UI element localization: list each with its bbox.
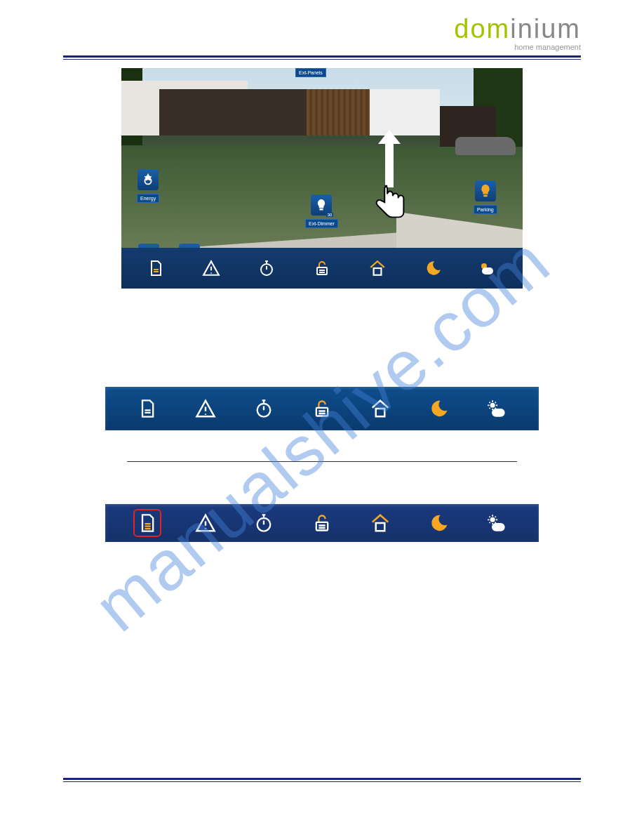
weather-icon[interactable] (477, 258, 498, 279)
home-view: Ext-Panels Energy 30 Ext-Dimmer Parking (121, 68, 523, 289)
svg-rect-1 (320, 208, 323, 211)
logo-part1: dom (454, 14, 510, 44)
energy-label: Energy (137, 194, 159, 203)
warning-icon[interactable] (201, 258, 222, 279)
lock-icon[interactable] (308, 509, 336, 537)
header: dominium (63, 14, 581, 44)
home-icon[interactable] (366, 509, 394, 537)
svg-point-9 (257, 404, 271, 417)
app-screenshot: Ext-Panels Energy 30 Ext-Dimmer Parking (121, 68, 523, 289)
svg-rect-2 (483, 195, 488, 197)
header-rule (63, 55, 581, 60)
parking-label: Parking (474, 205, 497, 214)
document-icon[interactable] (133, 395, 161, 423)
car-graphic (455, 137, 516, 155)
weather-icon[interactable] (483, 395, 511, 423)
bulb-icon: 30 (311, 194, 332, 216)
parking-device[interactable]: Parking (474, 180, 497, 214)
lock-icon[interactable] (311, 258, 333, 279)
ext-dimmer-device[interactable]: 30 Ext-Dimmer (305, 194, 338, 228)
bulb-on-icon (475, 180, 496, 201)
ext-panels-badge[interactable]: Ext-Panels (295, 68, 326, 77)
svg-rect-15 (376, 523, 385, 531)
home-icon[interactable] (367, 258, 388, 279)
toolbar-2 (105, 504, 539, 542)
svg-point-13 (257, 518, 271, 531)
night-icon[interactable] (424, 509, 452, 537)
screenshot-nav (121, 248, 523, 289)
energy-icon (137, 169, 159, 190)
hand-icon (368, 182, 412, 225)
night-icon[interactable] (422, 258, 443, 279)
home-icon[interactable] (366, 395, 394, 423)
svg-point-12 (490, 403, 495, 408)
separator-rule (127, 461, 517, 462)
logo-part2: inium (510, 14, 581, 44)
weather-icon[interactable] (483, 509, 511, 537)
document-icon-highlighted[interactable] (133, 509, 161, 537)
warning-icon[interactable] (192, 509, 220, 537)
svg-point-16 (490, 517, 495, 522)
ext-dimmer-label: Ext-Dimmer (305, 219, 338, 228)
swipe-gesture (368, 138, 410, 230)
energy-device[interactable]: Energy (137, 169, 159, 203)
dimmer-value: 30 (326, 213, 334, 217)
toolbar-1 (105, 387, 539, 430)
timer-icon[interactable] (250, 509, 278, 537)
svg-rect-7 (373, 268, 381, 275)
timer-icon[interactable] (256, 258, 277, 279)
warning-icon[interactable] (192, 395, 220, 423)
svg-rect-11 (376, 409, 385, 416)
document-icon[interactable] (145, 258, 166, 279)
footer-rule (63, 778, 581, 782)
night-icon[interactable] (424, 395, 452, 423)
logo: dominium (454, 14, 581, 44)
lock-icon[interactable] (308, 395, 336, 423)
timer-icon[interactable] (250, 395, 278, 423)
